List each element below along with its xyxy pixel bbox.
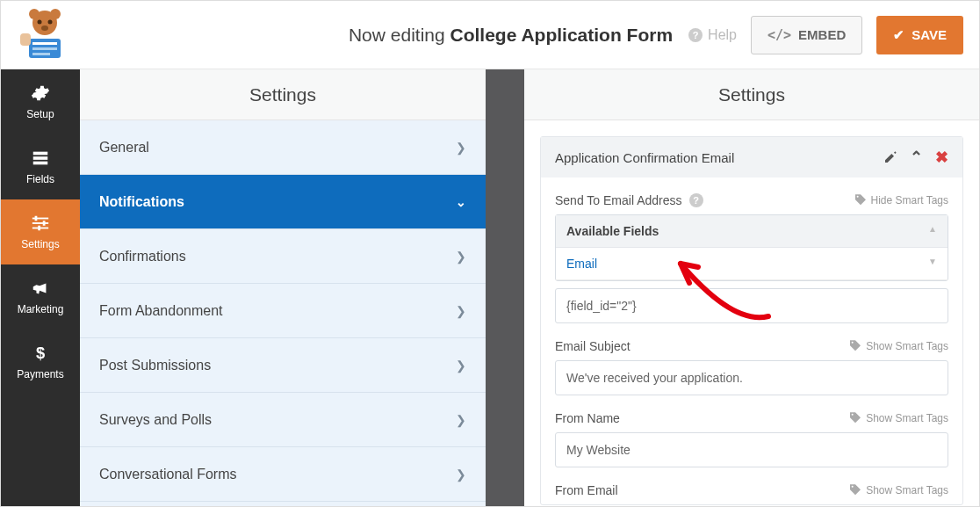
svg-rect-19 bbox=[38, 226, 40, 231]
content-title: Settings bbox=[524, 69, 979, 120]
show-smart-tags[interactable]: Show Smart Tags bbox=[848, 483, 948, 497]
settings-list: General ❯ Notifications ⌄ Confirmations … bbox=[80, 120, 486, 507]
item-label: Surveys and Polls bbox=[99, 412, 212, 428]
pencil-icon[interactable] bbox=[883, 150, 897, 164]
send-to-input[interactable] bbox=[555, 288, 948, 323]
svg-rect-9 bbox=[32, 53, 50, 55]
help-icon: ? bbox=[688, 28, 703, 42]
svg-point-3 bbox=[38, 19, 42, 24]
from-name-label: From Name bbox=[555, 411, 620, 425]
rail-payments[interactable]: $ Payments bbox=[1, 330, 80, 395]
settings-surveys-polls[interactable]: Surveys and Polls ❯ bbox=[80, 393, 486, 447]
svg-point-1 bbox=[29, 9, 40, 19]
form-name: College Application Form bbox=[450, 25, 674, 45]
dollar-icon: $ bbox=[31, 344, 50, 363]
svg-rect-8 bbox=[32, 47, 57, 50]
item-label: Notifications bbox=[99, 194, 184, 210]
subject-row: Email Subject Show Smart Tags bbox=[555, 339, 948, 395]
from-name-input[interactable] bbox=[555, 432, 948, 467]
rail-fields-label: Fields bbox=[26, 173, 54, 185]
svg-rect-13 bbox=[33, 162, 48, 165]
svg-rect-11 bbox=[33, 152, 48, 156]
save-button[interactable]: ✔ SAVE bbox=[876, 16, 963, 54]
svg-text:$: $ bbox=[36, 344, 45, 362]
card-title: Application Confirmation Email bbox=[555, 150, 734, 165]
close-icon[interactable]: ✖ bbox=[935, 148, 948, 167]
rail-setup[interactable]: Setup bbox=[1, 69, 80, 134]
settings-notifications[interactable]: Notifications ⌄ bbox=[80, 175, 486, 229]
subject-label: Email Subject bbox=[555, 339, 631, 353]
settings-general[interactable]: General ❯ bbox=[80, 120, 486, 175]
chevron-right-icon: ❯ bbox=[456, 413, 466, 427]
sliders-icon bbox=[31, 214, 50, 233]
send-to-label: Send To Email Address ? bbox=[555, 193, 703, 207]
svg-point-5 bbox=[41, 25, 48, 31]
card-header: Application Confirmation Email ⌃ ✖ bbox=[541, 137, 962, 177]
card-body: Send To Email Address ? Hide Smart Tags … bbox=[541, 177, 962, 497]
svg-rect-10 bbox=[20, 33, 31, 46]
settings-panel: Settings General ❯ Notifications ⌄ Confi… bbox=[80, 69, 486, 507]
code-icon: </> bbox=[767, 27, 791, 43]
settings-form-abandonment[interactable]: Form Abandonment ❯ bbox=[80, 284, 486, 338]
available-fields-box: Available Fields ▲ Email ▼ bbox=[555, 214, 948, 281]
rail-payments-label: Payments bbox=[17, 368, 63, 380]
bullhorn-icon bbox=[31, 279, 50, 298]
svg-point-2 bbox=[50, 9, 61, 19]
panel-title: Settings bbox=[80, 69, 486, 120]
content-area: Settings Application Confirmation Email … bbox=[524, 69, 979, 507]
tag-icon bbox=[848, 483, 862, 497]
embed-button[interactable]: </> EMBED bbox=[751, 16, 862, 54]
tag-icon bbox=[848, 411, 862, 425]
from-name-row: From Name Show Smart Tags bbox=[555, 411, 948, 467]
embed-label: EMBED bbox=[798, 27, 846, 42]
svg-rect-14 bbox=[32, 218, 48, 220]
available-fields-header: Available Fields ▲ bbox=[556, 215, 948, 248]
chevron-right-icon: ❯ bbox=[456, 359, 466, 373]
chevron-right-icon: ❯ bbox=[456, 141, 466, 155]
rail-marketing[interactable]: Marketing bbox=[1, 264, 80, 330]
svg-rect-7 bbox=[32, 42, 57, 45]
main-area: Setup Fields Settings Marketing $ Paymen… bbox=[1, 69, 979, 507]
chevron-right-icon: ❯ bbox=[456, 250, 466, 264]
triangle-up-icon[interactable]: ▲ bbox=[928, 224, 937, 238]
settings-post-submissions[interactable]: Post Submissions ❯ bbox=[80, 338, 486, 393]
tag-icon bbox=[848, 339, 862, 353]
editing-label: Now editing College Application Form bbox=[349, 25, 673, 46]
triangle-down-icon: ▼ bbox=[928, 257, 937, 271]
svg-rect-15 bbox=[32, 222, 48, 224]
item-label: Conversational Forms bbox=[99, 467, 237, 482]
rail-fields[interactable]: Fields bbox=[1, 134, 80, 199]
svg-point-4 bbox=[48, 19, 53, 24]
svg-rect-18 bbox=[43, 221, 46, 226]
help-link[interactable]: ? Help bbox=[688, 27, 737, 43]
show-smart-tags[interactable]: Show Smart Tags bbox=[848, 411, 948, 425]
svg-rect-12 bbox=[33, 156, 48, 160]
show-smart-tags[interactable]: Show Smart Tags bbox=[848, 339, 948, 353]
editing-prefix: Now editing bbox=[349, 25, 445, 45]
chevron-up-icon[interactable]: ⌃ bbox=[910, 148, 923, 167]
rail-settings[interactable]: Settings bbox=[1, 199, 80, 264]
settings-conversational[interactable]: Conversational Forms ❯ bbox=[80, 447, 486, 502]
item-label: Post Submissions bbox=[99, 358, 211, 373]
tag-icon bbox=[854, 193, 868, 207]
from-email-row: From Email Show Smart Tags bbox=[555, 483, 948, 497]
left-rail: Setup Fields Settings Marketing $ Paymen… bbox=[1, 69, 80, 507]
rail-settings-label: Settings bbox=[21, 238, 59, 250]
item-label: General bbox=[99, 140, 149, 156]
from-email-label: From Email bbox=[555, 483, 618, 497]
send-to-row: Send To Email Address ? Hide Smart Tags … bbox=[555, 193, 948, 323]
chevron-down-icon: ⌄ bbox=[456, 195, 466, 209]
subject-input[interactable] bbox=[555, 360, 948, 395]
gear-icon bbox=[31, 83, 50, 103]
gutter bbox=[486, 69, 524, 507]
svg-rect-17 bbox=[35, 216, 38, 221]
help-icon[interactable]: ? bbox=[689, 193, 703, 207]
item-label: Confirmations bbox=[99, 249, 186, 264]
settings-confirmations[interactable]: Confirmations ❯ bbox=[80, 229, 486, 284]
available-field-email[interactable]: Email ▼ bbox=[556, 248, 948, 280]
rail-setup-label: Setup bbox=[26, 108, 54, 120]
hide-smart-tags[interactable]: Hide Smart Tags bbox=[854, 193, 948, 207]
notification-card: Application Confirmation Email ⌃ ✖ Send … bbox=[540, 136, 963, 505]
rail-marketing-label: Marketing bbox=[18, 303, 64, 315]
app-logo bbox=[17, 7, 73, 63]
